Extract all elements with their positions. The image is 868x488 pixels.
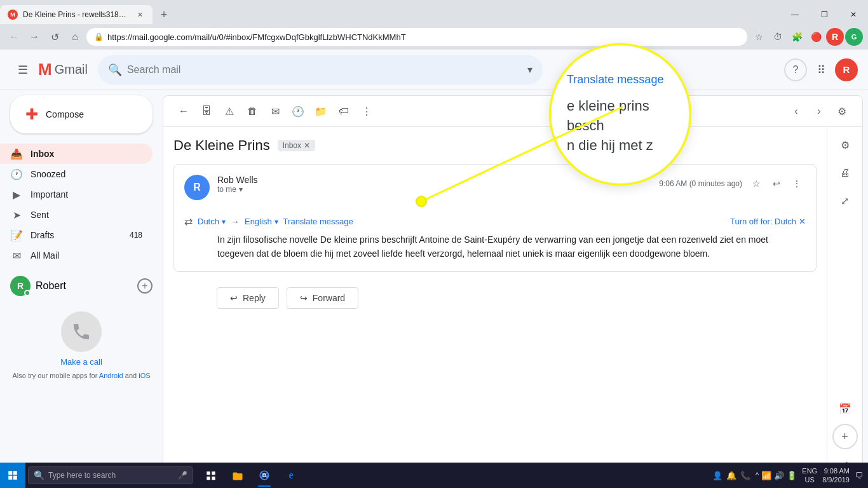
target-language-dropdown[interactable]: English ▾ — [245, 217, 278, 226]
gmail-profile-icon[interactable]: R — [835, 58, 858, 81]
sidebar-user-section[interactable]: R Robert + — [0, 271, 163, 301]
spam-button[interactable]: ⚠ — [219, 101, 240, 121]
back-to-inbox-button[interactable]: ← — [173, 101, 194, 121]
move-to-button[interactable]: 📁 — [311, 101, 331, 121]
archive-button[interactable]: 🗄 — [196, 101, 217, 121]
taskbar-battery-icon[interactable]: 🔋 — [787, 471, 797, 480]
sidebar-item-sent[interactable]: ➤ Sent — [0, 205, 153, 225]
minimize-button[interactable]: — — [780, 5, 810, 24]
taskbar-notifications-icon[interactable]: 🔔 — [726, 471, 736, 480]
make-call-link[interactable]: Make a call — [10, 357, 153, 367]
email-view-container: De Kleine Prins Inbox ✕ R Rob We — [163, 127, 862, 482]
search-bar[interactable]: 🔍 ▾ — [98, 55, 543, 85]
sidebar-item-drafts[interactable]: 📝 Drafts 418 — [0, 225, 153, 245]
history-icon[interactable]: ⏱ — [769, 28, 787, 46]
sidebar-menu-icon[interactable]: ☰ — [10, 57, 36, 83]
sidebar-snoozed-label: Snoozed — [31, 169, 65, 179]
more-email-options-button[interactable]: ⋮ — [788, 175, 806, 193]
taskbar-speaker-icon[interactable]: 🔊 — [774, 471, 784, 480]
settings-button[interactable]: ⚙ — [832, 101, 852, 121]
compose-plus-icon: ✚ — [25, 105, 38, 123]
taskbar-mic-icon[interactable]: 🎤 — [178, 471, 187, 480]
maximize-button[interactable]: ❐ — [810, 5, 839, 24]
source-language-dropdown[interactable]: Dutch ▾ — [198, 217, 226, 226]
sidebar-item-important[interactable]: ▶ Important — [0, 184, 153, 205]
inbox-badge: Inbox ✕ — [278, 140, 315, 151]
label-button[interactable]: 🏷 — [334, 101, 354, 121]
to-line[interactable]: to me ▾ — [217, 185, 651, 194]
turn-off-translation-button[interactable]: Turn off for: Dutch ✕ — [730, 217, 806, 226]
settings-sidebar-button[interactable]: ⚙ — [832, 132, 858, 158]
delete-button[interactable]: 🗑 — [242, 101, 262, 121]
compose-label: Compose — [46, 109, 84, 119]
taskbar-network-icon[interactable]: 📶 — [761, 471, 771, 480]
sidebar-item-inbox[interactable]: 📥 Inbox — [0, 144, 153, 164]
magnify-line1: e kleine prins besch — [567, 97, 679, 136]
reply-email-button[interactable]: ↩ — [768, 175, 785, 193]
android-link[interactable]: Android — [99, 372, 123, 379]
taskbar-expand-icon[interactable]: ^ — [756, 471, 759, 480]
sidebar-username: Robert — [36, 280, 66, 292]
forward-label: Forward — [313, 293, 345, 303]
add-person-button[interactable]: + — [137, 278, 153, 294]
close-tab-button[interactable]: ✕ — [135, 10, 145, 20]
taskbar-taskview-button[interactable] — [198, 463, 224, 488]
bookmark-icon[interactable]: ☆ — [750, 28, 768, 46]
sidebar-sent-label: Sent — [31, 210, 49, 220]
start-button[interactable] — [0, 463, 25, 488]
browser-tab[interactable]: M De Kleine Prins - rewells318@gm... ✕ — [0, 5, 153, 24]
ios-link[interactable]: iOS — [139, 372, 150, 379]
mark-unread-button[interactable]: ✉ — [265, 101, 285, 121]
chrome-profile-icon[interactable]: R — [826, 28, 844, 46]
turn-off-close-icon[interactable]: ✕ — [799, 217, 806, 226]
snooze-button[interactable]: 🕐 — [288, 101, 308, 121]
taskbar-time[interactable]: 9:08 AM 8/9/2019 — [820, 466, 852, 485]
new-tab-button[interactable]: + — [155, 6, 173, 24]
taskbar-search-bar[interactable]: 🔍 Type here to search 🎤 — [28, 466, 193, 484]
more-options-button[interactable]: ⋮ — [356, 101, 377, 121]
apps-grid-icon[interactable]: ⠿ — [812, 61, 830, 79]
taskbar-people-icon[interactable]: 👤 — [712, 471, 722, 480]
ext1-icon[interactable]: 🧩 — [788, 28, 806, 46]
reply-button[interactable]: ↩ Reply — [217, 287, 279, 309]
search-dropdown-icon[interactable]: ▾ — [527, 64, 532, 76]
email-sidebar: ⚙ 🖨 ⤢ 📅 + ✓ — [827, 127, 862, 482]
ext3-icon[interactable]: G — [845, 28, 863, 46]
ext2-icon[interactable]: 🔴 — [807, 28, 825, 46]
add-sidebar-button[interactable]: + — [832, 424, 858, 449]
refresh-button[interactable]: ↺ — [46, 28, 64, 46]
calendar-sidebar-button[interactable]: 📅 — [832, 396, 858, 421]
taskbar-tray: ^ 📶 🔊 🔋 — [753, 471, 800, 480]
remove-inbox-badge-button[interactable]: ✕ — [304, 141, 310, 150]
svg-point-3 — [263, 474, 266, 477]
notifications-button[interactable]: 🗨 — [855, 471, 863, 480]
back-button[interactable]: ← — [5, 28, 23, 46]
help-icon[interactable]: ? — [784, 58, 807, 81]
lang-eng: ENG — [802, 466, 817, 475]
taskbar-ie-button[interactable]: e — [278, 463, 304, 488]
url-bar[interactable]: 🔒 https://mail.google.com/mail/u/0/#inbo… — [86, 28, 747, 46]
translate-message-link[interactable]: Translate message — [283, 217, 353, 226]
forward-button[interactable]: ↪ Forward — [287, 287, 358, 309]
close-button[interactable]: ✕ — [839, 5, 868, 24]
forward-button[interactable]: → — [25, 28, 43, 46]
print-button[interactable]: 🖨 — [832, 160, 858, 186]
email-main: De Kleine Prins Inbox ✕ R Rob We — [163, 127, 827, 482]
star-email-button[interactable]: ☆ — [747, 175, 765, 193]
taskbar-phone-icon[interactable]: 📞 — [740, 471, 750, 480]
search-input[interactable] — [127, 64, 522, 76]
sidebar-item-snoozed[interactable]: 🕐 Snoozed — [0, 164, 153, 184]
compose-button[interactable]: ✚ Compose — [10, 95, 153, 133]
to-dropdown-icon: ▾ — [239, 185, 243, 194]
sidebar-item-allmail[interactable]: ✉ All Mail — [0, 245, 153, 266]
taskbar-chrome-button[interactable] — [252, 463, 277, 488]
new-window-button[interactable]: ⤢ — [832, 188, 858, 214]
next-email-button[interactable]: › — [809, 101, 829, 121]
main-content: ← 🗄 ⚠ 🗑 ✉ 🕐 📁 🏷 ⋮ ‹ › ⚙ — [163, 95, 863, 483]
taskbar-explorer-button[interactable] — [225, 463, 250, 488]
important-icon: ▶ — [10, 189, 23, 201]
email-body: In zijn filosofische novelle De kleine p… — [174, 227, 816, 271]
home-button[interactable]: ⌂ — [66, 28, 84, 46]
prev-email-button[interactable]: ‹ — [786, 101, 806, 121]
language-indicator[interactable]: ENG US — [802, 466, 817, 485]
